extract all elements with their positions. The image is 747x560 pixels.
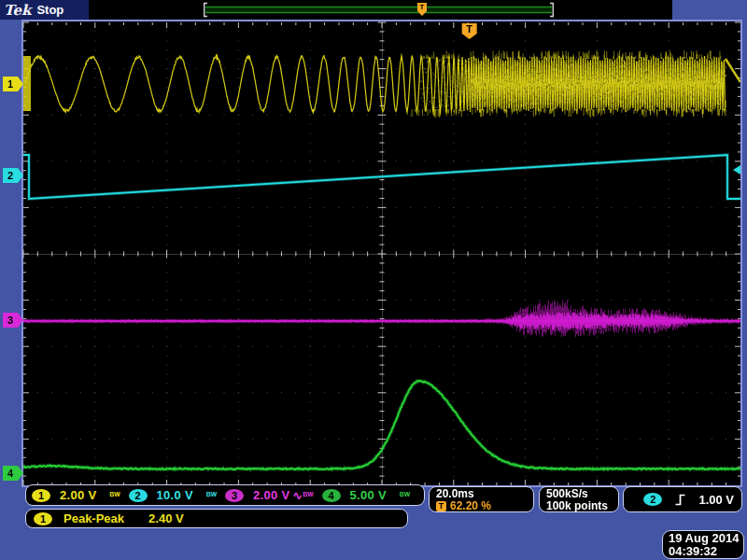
record-length: 100k points — [546, 500, 618, 512]
acquisition-status: Stop — [36, 3, 63, 17]
ch3-bandwidth-icon: ᴮᵂ — [303, 491, 314, 500]
trigger-level: 1.00 V — [698, 493, 734, 507]
ch2-bandwidth-icon: ᴮᵂ — [206, 491, 217, 500]
graticule-frame — [21, 20, 742, 487]
ch1-scale: 2.00 V — [60, 488, 96, 502]
channel-readouts-box[interactable]: 1 2.00 V ᴮᵂ 2 10.0 V ᴮᵂ 3 2.00 V ∿ ᴮᵂ 4 … — [25, 484, 425, 506]
ch1-readout[interactable]: 1 2.00 V ᴮᵂ — [32, 488, 129, 502]
ch2-badge[interactable]: 2 — [129, 489, 148, 502]
ch4-bandwidth-icon: ᴮᵂ — [400, 491, 410, 500]
ch1-bandwidth-icon: ᴮᵂ — [110, 491, 120, 500]
measurement-box[interactable]: 1 Peak-Peak 2.40 V — [25, 509, 408, 528]
acquisition-preview-bar[interactable] — [89, 0, 672, 20]
ch2-scale: 10.0 V — [157, 488, 193, 502]
trigger-position-percent: 62.20 % — [450, 500, 491, 512]
ch3-ac-coupling-icon: ∿ — [293, 491, 303, 500]
ch3-scale: 2.00 V — [253, 488, 289, 502]
measurement-name: Peak-Peak — [63, 511, 124, 525]
tek-logo: Tek — [4, 2, 31, 19]
ch4-readout[interactable]: 4 5.00 V ᴮᵂ — [322, 488, 419, 502]
ch1-badge[interactable]: 1 — [32, 489, 50, 502]
ch3-readout[interactable]: 3 2.00 V ∿ ᴮᵂ — [225, 488, 322, 502]
datetime-box: 19 Aug 2014 04:39:32 — [662, 530, 744, 559]
rising-edge-icon — [674, 493, 686, 507]
brand-area: Tek Stop — [0, 0, 89, 20]
ch4-scale: 5.00 V — [350, 488, 387, 502]
ch4-badge[interactable]: 4 — [322, 489, 341, 502]
ch2-readout[interactable]: 2 10.0 V ᴮᵂ — [129, 488, 226, 502]
trigger-position-icon: T — [436, 501, 446, 511]
date-label: 19 Aug 2014 — [669, 532, 743, 545]
oscilloscope-screen: Tek Stop 1 2.00 V ᴮᵂ 2 10.0 V ᴮᵂ 3 2.00 … — [0, 0, 747, 560]
trigger-source-badge[interactable]: 2 — [643, 493, 662, 506]
measurement-value: 2.40 V — [148, 511, 184, 525]
horizontal-readout-box[interactable]: 20.0ms T 62.20 % — [429, 486, 534, 512]
top-bar: Tek Stop — [0, 0, 747, 20]
measurement-source-badge[interactable]: 1 — [34, 512, 52, 525]
ch3-badge[interactable]: 3 — [225, 489, 244, 502]
acquisition-readout-box[interactable]: 500kS/s 100k points — [539, 486, 619, 512]
trigger-readout-box[interactable]: 2 1.00 V — [623, 486, 742, 512]
time-label: 04:39:32 — [669, 545, 743, 558]
